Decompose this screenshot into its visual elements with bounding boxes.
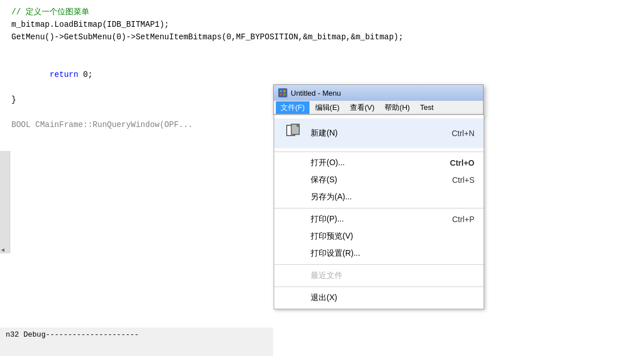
menu-item-open[interactable]: 打开(O)... Ctrl+O [274,154,484,171]
menu-item-open-label: 打开(O)... [311,158,450,168]
menu-item-exit[interactable]: 退出(X) [274,289,484,306]
app-icon [278,88,287,97]
menu-item-save-shortcut: Ctrl+S [452,175,474,185]
menu-item-exit-label: 退出(X) [311,293,474,303]
divider-2 [274,208,484,208]
menu-item-saveas[interactable]: 另存为(A)... [274,189,484,206]
menu-section-1: 新建(N) Ctrl+N [274,117,484,149]
popup-window: Untitled - Menu 文件(F) 编辑(E) 查看(V) 帮助(H) … [273,84,484,115]
menu-item-printpreview-label: 打印预览(V) [311,231,474,242]
new-icon [283,122,306,145]
menu-item-save[interactable]: 保存(S) Ctrl+S [274,171,484,189]
popup-titlebar: Untitled - Menu [274,85,483,101]
scrollbar-left[interactable]: ◄ [0,151,10,253]
menu-item-print-shortcut: Ctrl+P [452,215,474,224]
divider-3 [274,264,484,265]
code-line-3: GetMenu()->GetSubMenu(0)->SetMenuItemBit… [11,31,633,43]
svg-rect-0 [280,90,282,92]
menu-view[interactable]: 查看(V) [345,101,379,114]
svg-rect-2 [280,93,282,96]
menu-edit[interactable]: 编辑(E) [311,101,344,114]
dropdown-menu: 新建(N) Ctrl+N 打开(O)... Ctrl+O 保存(S) Ctrl+… [274,114,484,309]
menu-item-recent-label: 最近文件 [311,271,474,281]
menu-item-saveas-label: 另存为(A)... [311,192,474,202]
code-line-1: // 定义一个位图菜单 [11,6,633,18]
popup-menubar: 文件(F) 编辑(E) 查看(V) 帮助(H) Test [274,101,483,114]
popup-title: Untitled - Menu [291,89,341,97]
menu-item-save-label: 保存(S) [311,175,452,185]
menu-item-new[interactable]: 新建(N) Ctrl+N [274,118,484,148]
code-line-2: m_bitmap.LoadBitmap(IDB_BITMAP1); [11,18,633,31]
menu-item-recent: 最近文件 [274,267,484,284]
debug-bar: n32 Debug--------------------- [0,328,273,356]
divider-1 [274,152,484,152]
menu-item-printsetup-label: 打印设置(R)... [311,248,474,259]
menu-item-print-label: 打印(P)... [311,214,452,224]
divider-4 [274,287,484,287]
menu-help[interactable]: 帮助(H) [380,101,414,114]
svg-rect-3 [283,93,286,96]
menu-test[interactable]: Test [415,102,438,113]
debug-text: n32 Debug--------------------- [6,330,139,339]
menu-item-new-label: 新建(N) [311,128,452,138]
menu-item-open-shortcut: Ctrl+O [450,158,474,167]
code-line-4 [11,43,633,56]
menu-item-new-shortcut: Ctrl+N [452,129,474,138]
menu-item-printpreview[interactable]: 打印预览(V) [274,228,484,245]
svg-rect-1 [283,90,286,92]
menu-file[interactable]: 文件(F) [276,101,309,114]
menu-item-printsetup[interactable]: 打印设置(R)... [274,245,484,262]
menu-item-print[interactable]: 打印(P)... Ctrl+P [274,211,484,228]
